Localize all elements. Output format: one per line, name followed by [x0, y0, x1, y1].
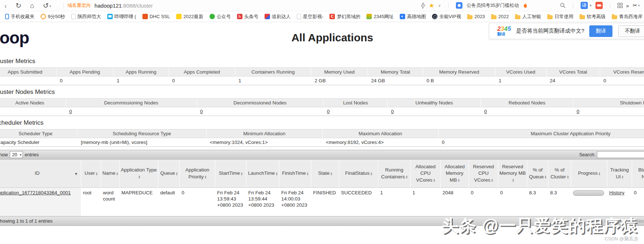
col-header[interactable]: StartTime	[215, 160, 246, 188]
undo-icon[interactable]: ↺	[43, 2, 51, 9]
col-header[interactable]: Application Priority	[179, 160, 215, 188]
col-header[interactable]: LaunchTime	[246, 160, 279, 188]
translate-page-icon[interactable]: 译	[581, 2, 588, 9]
col-header[interactable]: FinalStatus	[339, 160, 378, 188]
lightning-icon[interactable]	[421, 3, 425, 9]
bookmark-item[interactable]: DHC SSL	[142, 14, 170, 19]
bookmark-item[interactable]: 青岛西海岸	[612, 13, 643, 20]
bookmark-item[interactable]: 公众号	[209, 13, 231, 20]
phone-icon	[5, 14, 9, 19]
back-icon[interactable]: ‹	[4, 2, 7, 9]
translate-prompt: 2345 翻译 是否将当前网页翻译成中文? 翻译 不翻译	[489, 23, 644, 39]
col-header: Decommissioned Nodes	[196, 98, 323, 107]
node-count-link[interactable]: 0	[391, 109, 394, 114]
refresh-icon[interactable]: ↻	[16, 2, 21, 9]
col-header[interactable]: Blacklisted Nodes	[632, 160, 644, 188]
pagination-first[interactable]: First	[589, 218, 598, 224]
page-size-select[interactable]: 20	[10, 151, 23, 158]
sort-icon	[138, 175, 140, 179]
bookmark-item[interactable]: 9分50秒	[41, 13, 65, 20]
col-header[interactable]: FinishTime	[279, 160, 311, 188]
bookmark-item[interactable]: 2022	[491, 14, 509, 19]
col-header[interactable]: Progress	[571, 160, 607, 188]
application-id-link[interactable]: application_1677218043364_0001	[0, 190, 71, 195]
bookmark-label: 软考高级	[587, 13, 606, 20]
pagination-previous[interactable]: Previous	[604, 218, 623, 224]
paw-news-icon[interactable]	[456, 2, 462, 9]
app-running-containers-cell: 1	[378, 188, 410, 216]
address-bar[interactable]: hadoop121:8088/cluster	[95, 3, 153, 9]
col-header[interactable]: Name	[101, 160, 119, 188]
home-icon[interactable]: ⌂	[30, 2, 34, 9]
pagination-page-1[interactable]: 1	[628, 218, 631, 224]
col-header[interactable]: User	[81, 160, 101, 188]
col-header: Apps Submitted	[0, 67, 56, 76]
chevron-down-icon[interactable]: ∨	[438, 3, 441, 8]
metric-value: <memory:1024, vCores:1>	[206, 138, 322, 147]
scissors-icon[interactable]: ✂	[633, 2, 640, 9]
col-header[interactable]: Tracking UI	[607, 160, 632, 188]
history-link[interactable]: History	[609, 190, 624, 195]
bookmark-item[interactable]: 全能VIP视	[432, 13, 461, 20]
folder-icon	[612, 15, 617, 19]
node-count-link[interactable]: 0	[200, 109, 203, 114]
bookmark-item[interactable]: 2023	[467, 14, 485, 19]
bookmark-item[interactable]: 手机收藏夹	[5, 13, 34, 20]
bookmark-item[interactable]: 高德地图	[400, 13, 426, 20]
col-header: VCores Reserved	[600, 67, 644, 76]
bookmark-label: 全能VIP视	[439, 13, 461, 20]
apps-grid-icon[interactable]	[618, 3, 623, 8]
metric-value: 0	[56, 76, 113, 85]
col-header[interactable]: State	[311, 160, 339, 188]
page-size-value: 20	[12, 152, 17, 157]
col-header[interactable]: % of Queue	[527, 160, 548, 188]
more-chevrons-icon[interactable]: »	[626, 3, 629, 9]
node-count-link[interactable]: 0	[577, 109, 579, 114]
col-header[interactable]: % of Cluster	[548, 160, 571, 188]
bookmark-item[interactable]: C梦幻黑域的	[329, 13, 360, 20]
node-count-link[interactable]: 0	[69, 109, 72, 114]
bookmark-item[interactable]: 哔哩哔哩 (	[107, 13, 136, 20]
col-header: Maximum Allocation	[322, 129, 438, 138]
translate-accept-button[interactable]: 翻译	[589, 25, 612, 37]
col-header-id[interactable]: ID	[0, 160, 81, 188]
bookmark-item[interactable]: 追剧达人	[265, 13, 291, 20]
bookmark-item[interactable]: 2345网址	[366, 13, 394, 20]
amap-icon	[400, 14, 405, 19]
col-header[interactable]: Allocated Memory MB	[440, 160, 469, 188]
green-refresh-icon	[209, 14, 215, 19]
col-header[interactable]: Allocated CPU VCores	[410, 160, 440, 188]
pagination-next[interactable]: Next	[637, 218, 644, 224]
news-headline[interactable]: 公务员招考35岁门槛松动	[467, 2, 519, 9]
node-count-link[interactable]: 0	[484, 109, 487, 114]
col-header[interactable]: Queue	[158, 160, 179, 188]
bookmark-item[interactable]: 人工智能	[515, 13, 541, 20]
bookmark-label: 2345网址	[374, 13, 394, 20]
search-icon[interactable]	[560, 3, 566, 8]
translate-dropdown-icon[interactable]: ▾	[590, 3, 592, 8]
col-header[interactable]: Application Type	[119, 160, 158, 188]
dhc-icon	[142, 14, 148, 19]
node-count-link[interactable]: 0	[327, 109, 330, 114]
translate-decline-button[interactable]: 不翻译	[618, 25, 644, 37]
favorite-star-icon[interactable]: ★	[429, 2, 434, 9]
col-header[interactable]: Reserved Memory MB	[498, 160, 527, 188]
col-header[interactable]: Reserved CPU VCores	[469, 160, 498, 188]
metric-value: <memory:8192, vCores:4>	[322, 138, 438, 147]
sort-icon	[599, 172, 600, 175]
bookmark-item[interactable]: 2022最新	[176, 13, 203, 20]
vip-globe-icon	[432, 14, 437, 19]
game-center-icon[interactable]	[595, 2, 603, 9]
search-input[interactable]	[597, 151, 644, 158]
app-pct-queue-cell: 8.3	[527, 188, 548, 216]
metric-value: 0	[66, 107, 196, 116]
entries-label: entries	[25, 152, 39, 157]
bookmark-item[interactable]: 陕西师范大	[71, 13, 101, 20]
app-state-cell: FINISHED	[311, 188, 339, 216]
bookmark-item[interactable]: 软考高级	[579, 13, 606, 20]
bookmark-item[interactable]: 星空影视-	[297, 13, 323, 20]
bookmark-item[interactable]: 日常使用	[547, 13, 573, 20]
bookmark-item[interactable]: 头头条号	[237, 13, 258, 20]
sort-icon	[371, 172, 372, 175]
col-header[interactable]: Running Containers	[378, 160, 410, 188]
